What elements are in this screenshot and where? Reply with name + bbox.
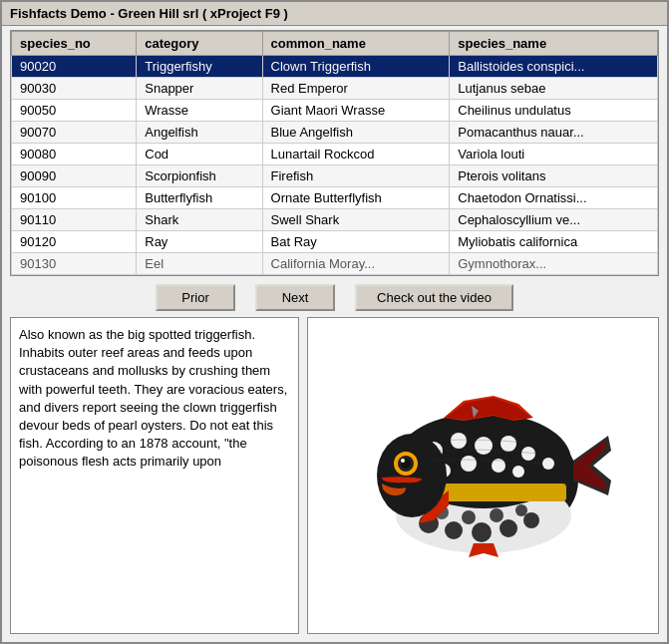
table-cell-species_name: Chaetodon Ornatissi... [450, 187, 658, 209]
table-cell-species_no: 90090 [12, 165, 137, 187]
window-title: Fishfacts Demo - Green Hill srl ( xProje… [10, 6, 288, 21]
table-cell-common_name: Ornate Butterflyfish [262, 187, 450, 209]
svg-point-5 [451, 433, 467, 449]
table-cell-species_no: 90030 [12, 78, 137, 100]
table-cell-category: Eel [137, 253, 262, 275]
table-cell-category: Snapper [137, 78, 262, 100]
table-cell-species_name: Gymnothorax... [450, 253, 658, 275]
table-row[interactable]: 90100ButterflyfishOrnate ButterflyfishCh… [12, 187, 658, 209]
table-cell-category: Angelfish [137, 122, 262, 144]
table-cell-category: Wrasse [137, 100, 262, 122]
table-row[interactable]: 90030SnapperRed EmperorLutjanus sebae [12, 78, 658, 100]
table-row[interactable]: 90050WrasseGiant Maori WrasseCheilinus u… [12, 100, 658, 122]
col-header-species-name: species_name [450, 32, 658, 56]
table-cell-species_no: 90020 [12, 56, 137, 78]
svg-point-17 [472, 522, 492, 542]
svg-point-12 [512, 466, 524, 478]
svg-point-14 [542, 458, 554, 470]
svg-point-18 [500, 519, 517, 537]
table-cell-category: Ray [137, 231, 262, 253]
table-cell-species_no: 90130 [12, 253, 137, 275]
table-cell-species_name: Pomacanthus nauar... [450, 122, 658, 144]
table-cell-category: Scorpionfish [137, 165, 262, 187]
table-cell-common_name: Swell Shark [262, 209, 450, 231]
title-bar: Fishfacts Demo - Green Hill srl ( xProje… [2, 2, 667, 26]
table-row[interactable]: 90090ScorpionfishFirefishPterois volitan… [12, 165, 658, 187]
table-row[interactable]: 90120RayBat RayMyliobatis californica [12, 231, 658, 253]
table-cell-species_name: Ballistoides conspici... [450, 56, 658, 78]
table-cell-common_name: Bat Ray [262, 231, 450, 253]
table-cell-common_name: Blue Angelfish [262, 122, 450, 144]
table-cell-species_no: 90050 [12, 100, 137, 122]
svg-point-19 [523, 512, 539, 528]
svg-point-10 [461, 456, 477, 472]
table-cell-species_name: Lutjanus sebae [450, 78, 658, 100]
bottom-section: Also known as the big spotted triggerfis… [2, 317, 667, 642]
table-cell-species_no: 90100 [12, 187, 137, 209]
svg-point-8 [521, 447, 535, 461]
svg-point-24 [377, 434, 447, 517]
table-cell-common_name: Lunartail Rockcod [262, 144, 450, 165]
table-row[interactable]: 90130EelCalifornia Moray...Gymnothorax..… [12, 253, 658, 275]
col-header-species-no: species_no [12, 32, 137, 56]
table-cell-common_name: Red Emperor [262, 78, 450, 100]
svg-point-23 [515, 504, 527, 516]
fish-image-box [307, 317, 659, 634]
main-window: Fishfacts Demo - Green Hill srl ( xProje… [0, 0, 669, 644]
table-cell-common_name: California Moray... [262, 253, 450, 275]
table-cell-species_name: Pterois volitans [450, 165, 658, 187]
table-cell-species_name: Cephaloscyllium ve... [450, 209, 658, 231]
next-button[interactable]: Next [255, 284, 335, 311]
table-row[interactable]: 90070AngelfishBlue AngelfishPomacanthus … [12, 122, 658, 144]
prior-button[interactable]: Prior [156, 284, 235, 311]
description-box: Also known as the big spotted triggerfis… [10, 317, 299, 634]
table-row[interactable]: 90080CodLunartail RockcodVariola louti [12, 144, 658, 165]
table-cell-species_name: Variola louti [450, 144, 658, 165]
species-table: species_no category common_name species_… [11, 31, 658, 275]
table-cell-species_no: 90080 [12, 144, 137, 165]
table-cell-category: Butterflyfish [137, 187, 262, 209]
svg-point-22 [490, 508, 503, 522]
col-header-common-name: common_name [262, 32, 450, 56]
svg-point-28 [401, 459, 405, 463]
table-row[interactable]: 90020TriggerfishyClown TriggerfishBallis… [12, 56, 658, 78]
svg-point-21 [462, 510, 476, 524]
col-header-category: category [137, 32, 262, 56]
fish-image [354, 376, 613, 575]
table-cell-category: Shark [137, 209, 262, 231]
table-cell-category: Cod [137, 144, 262, 165]
svg-point-16 [445, 521, 463, 539]
table-cell-common_name: Giant Maori Wrasse [262, 100, 450, 122]
table-row[interactable]: 90110SharkSwell SharkCephaloscyllium ve.… [12, 209, 658, 231]
table-cell-species_no: 90120 [12, 231, 137, 253]
data-table-container: species_no category common_name species_… [10, 30, 659, 276]
svg-point-6 [475, 437, 493, 455]
description-text: Also known as the big spotted triggerfis… [19, 327, 287, 469]
table-cell-species_no: 90110 [12, 209, 137, 231]
svg-point-7 [501, 436, 516, 452]
video-button[interactable]: Check out the video [355, 284, 513, 311]
table-cell-species_no: 90070 [12, 122, 137, 144]
table-cell-species_name: Cheilinus undulatus [450, 100, 658, 122]
table-cell-category: Triggerfishy [137, 56, 262, 78]
table-cell-common_name: Clown Triggerfish [262, 56, 450, 78]
table-cell-common_name: Firefish [262, 165, 450, 187]
button-row: Prior Next Check out the video [2, 278, 667, 317]
table-cell-species_name: Myliobatis californica [450, 231, 658, 253]
